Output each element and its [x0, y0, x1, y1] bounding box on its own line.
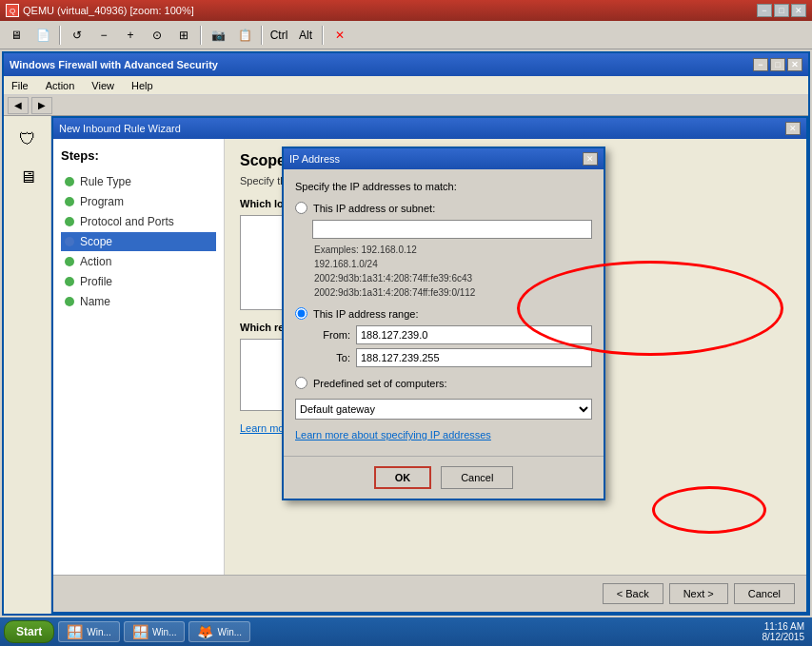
fw-menu-file[interactable]: File — [8, 78, 32, 93]
ip-option3-radio[interactable] — [295, 377, 307, 389]
fw-back-btn[interactable]: ◀ — [8, 97, 29, 114]
taskbar-item-1[interactable]: 🪟 Win... — [58, 621, 120, 642]
toolbar-zoom-out-btn[interactable]: − — [91, 24, 116, 47]
step-action[interactable]: Action — [61, 252, 216, 271]
toolbar-file-btn[interactable]: 📄 — [30, 24, 55, 47]
ip-dialog-cancel-btn[interactable]: Cancel — [441, 466, 513, 489]
step-dot-protocol — [65, 217, 74, 226]
step-label-program: Program — [80, 195, 124, 208]
step-dot-action — [65, 257, 74, 266]
qemu-close-btn[interactable]: ✕ — [791, 4, 806, 17]
wizard-close-btn[interactable]: ✕ — [785, 122, 801, 135]
wizard-window: New Inbound Rule Wizard ✕ Steps: Rule Ty… — [51, 116, 808, 614]
wizard-footer: < Back Next > Cancel — [53, 575, 806, 612]
fw-toolbar2: ◀ ▶ — [4, 95, 808, 116]
toolbar-screenshot-btn[interactable]: 📷 — [206, 24, 230, 47]
step-dot-name — [65, 297, 74, 306]
ip-from-label: From: — [312, 329, 350, 341]
fw-sidebar: 🛡 🖥 — [4, 116, 51, 614]
toolbar-sep-3 — [261, 26, 263, 45]
toolbar-sep-4 — [322, 26, 324, 45]
ip-dialog-ok-btn[interactable]: OK — [374, 466, 432, 489]
wizard-title-controls[interactable]: ✕ — [785, 122, 801, 135]
fw-titlebar: Windows Firewall with Advanced Security … — [4, 53, 808, 76]
step-program[interactable]: Program — [61, 192, 216, 211]
fw-minimize-btn[interactable]: − — [753, 58, 768, 71]
toolbar-power-btn[interactable]: ✕ — [327, 24, 352, 47]
taskbar-icon-1: 🪟 — [67, 624, 83, 639]
toolbar-fullscreen-btn[interactable]: ⊞ — [171, 24, 196, 47]
taskbar-item-2[interactable]: 🪟 Win... — [124, 621, 186, 642]
ip-option3-row: Predefined set of computers: — [295, 377, 592, 389]
wizard-cancel-btn[interactable]: Cancel — [734, 583, 795, 604]
ip-examples-text: Examples: 192.168.0.12 192.168.1.0/24 20… — [314, 243, 592, 300]
ip-option2-label: This IP address range: — [313, 308, 418, 320]
ip-predefined-select[interactable]: Default gateway — [295, 399, 592, 420]
fw-title-text: Windows Firewall with Advanced Security — [10, 59, 218, 70]
ip-from-input[interactable] — [356, 325, 592, 344]
fw-menu-help[interactable]: Help — [128, 78, 157, 93]
fw-title-controls[interactable]: − □ ✕ — [753, 58, 802, 71]
toolbar-record-btn[interactable]: 📋 — [232, 24, 257, 47]
ip-option2-radio[interactable] — [295, 307, 307, 320]
taskbar-label-2: Win... — [152, 627, 177, 637]
sidebar-computer-icon[interactable]: 🖥 — [10, 160, 45, 194]
ip-dialog-body: Specify the IP addresses to match: This … — [284, 169, 604, 452]
step-label-rule-type: Rule Type — [80, 175, 131, 188]
taskbar-label-3: Win... — [217, 627, 242, 637]
qemu-maximize-btn[interactable]: □ — [774, 4, 789, 17]
toolbar-alt-btn[interactable]: Alt — [293, 24, 318, 47]
fw-forward-btn[interactable]: ▶ — [31, 97, 52, 114]
ip-option1-label: This IP address or subnet: — [313, 203, 435, 214]
toolbar-sep-2 — [200, 26, 202, 45]
fw-close-btn[interactable]: ✕ — [787, 58, 802, 71]
step-dot-scope — [65, 237, 74, 246]
qemu-minimize-btn[interactable]: − — [757, 4, 772, 17]
taskbar-icon-3: 🦊 — [197, 624, 213, 639]
toolbar-display-btn[interactable]: 🖥 — [4, 24, 29, 47]
ip-option1-radio[interactable] — [295, 202, 307, 214]
ip-subnet-input[interactable] — [312, 220, 592, 239]
qemu-window-controls[interactable]: − □ ✕ — [757, 4, 806, 17]
step-label-protocol: Protocol and Ports — [80, 215, 174, 228]
step-dot-profile — [65, 277, 74, 286]
taskbar-right: 11:16 AM 8/12/2015 — [762, 621, 809, 642]
fw-menu-action[interactable]: Action — [42, 78, 79, 93]
ip-example-3: 2002:9d3b:1a31:4:208:74ff:fe39:6c43 — [314, 271, 592, 285]
ip-from-row: From: — [312, 325, 592, 344]
start-button[interactable]: Start — [4, 620, 54, 643]
wizard-back-btn[interactable]: < Back — [603, 583, 663, 604]
ip-address-dialog: IP Address ✕ Specify the IP addresses to… — [282, 147, 605, 500]
ip-option1-row: This IP address or subnet: — [295, 202, 592, 214]
step-protocol-ports[interactable]: Protocol and Ports — [61, 212, 216, 231]
toolbar-ctrl-btn[interactable]: Ctrl — [267, 24, 291, 47]
ip-learn-link[interactable]: Learn more about specifying IP addresses — [295, 429, 592, 440]
taskbar-item-3[interactable]: 🦊 Win... — [188, 621, 250, 642]
wizard-titlebar: New Inbound Rule Wizard ✕ — [53, 118, 806, 139]
fw-menu-view[interactable]: View — [88, 78, 118, 93]
fw-maximize-btn[interactable]: □ — [770, 58, 785, 71]
step-name[interactable]: Name — [61, 292, 216, 311]
wizard-panel: New Inbound Rule Wizard ✕ Steps: Rule Ty… — [51, 116, 808, 614]
fw-body: 🛡 🖥 New Inbound Rule Wizard ✕ — [4, 116, 808, 614]
step-rule-type[interactable]: Rule Type — [61, 172, 216, 191]
ip-dialog-close-btn[interactable]: ✕ — [583, 152, 598, 166]
step-profile[interactable]: Profile — [61, 272, 216, 291]
wizard-title-text: New Inbound Rule Wizard — [59, 123, 181, 134]
wizard-next-btn[interactable]: Next > — [669, 583, 728, 604]
qemu-app-icon: Q — [6, 4, 19, 17]
ip-option3-label: Predefined set of computers: — [313, 378, 447, 389]
toolbar-zoom-in-btn[interactable]: + — [118, 24, 143, 47]
ip-dialog-titlebar: IP Address ✕ — [284, 148, 604, 169]
toolbar-refresh-btn[interactable]: ↺ — [65, 24, 89, 47]
qemu-toolbar: 🖥 📄 ↺ − + ⊙ ⊞ 📷 📋 Ctrl Alt ✕ — [0, 21, 812, 49]
ip-to-input[interactable] — [356, 348, 592, 367]
step-label-action: Action — [80, 255, 111, 268]
sidebar-shield-icon[interactable]: 🛡 — [10, 122, 45, 156]
step-scope[interactable]: Scope — [61, 232, 216, 251]
ip-dialog-title-text: IP Address — [289, 153, 340, 165]
ip-dialog-instruction: Specify the IP addresses to match: — [295, 181, 592, 192]
toolbar-zoom-fit-btn[interactable]: ⊙ — [145, 24, 169, 47]
taskbar: Start 🪟 Win... 🪟 Win... 🦊 Win... 11:16 A… — [0, 617, 812, 646]
taskbar-clock: 11:16 AM 8/12/2015 — [762, 621, 805, 642]
